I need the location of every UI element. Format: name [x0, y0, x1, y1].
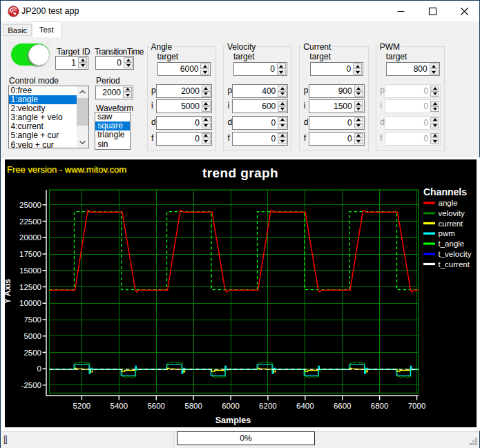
svg-text:current: current — [439, 219, 464, 227]
svg-text:22500: 22500 — [19, 217, 41, 225]
svg-text:7500: 7500 — [23, 315, 41, 324]
svg-text:17500: 17500 — [19, 250, 41, 258]
svg-text:velovity: velovity — [439, 208, 465, 217]
svg-text:angle: angle — [439, 199, 458, 207]
svg-text:5000: 5000 — [23, 331, 41, 340]
svg-text:5400: 5400 — [111, 401, 128, 409]
svg-text:0: 0 — [37, 364, 41, 373]
svg-text:6200: 6200 — [259, 401, 277, 409]
svg-text:6600: 6600 — [334, 401, 352, 409]
svg-text:6400: 6400 — [296, 401, 314, 409]
svg-text:t_velocity: t_velocity — [439, 249, 472, 257]
svg-text:6800: 6800 — [371, 401, 389, 409]
svg-text:12500: 12500 — [19, 282, 41, 291]
svg-text:Y Axis: Y Axis — [3, 278, 12, 303]
svg-text:15000: 15000 — [19, 266, 41, 274]
svg-text:6000: 6000 — [222, 401, 240, 409]
svg-text:t_current: t_current — [439, 260, 470, 268]
svg-text:2500: 2500 — [23, 348, 41, 356]
svg-text:5800: 5800 — [184, 401, 202, 409]
svg-text:-2500: -2500 — [21, 380, 41, 389]
svg-text:Channels: Channels — [423, 186, 467, 197]
svg-text:7000: 7000 — [408, 401, 426, 409]
svg-text:pwm: pwm — [439, 229, 455, 237]
svg-text:5200: 5200 — [73, 401, 91, 409]
svg-text:Samples: Samples — [215, 415, 251, 425]
svg-text:5600: 5600 — [147, 401, 165, 409]
svg-text:25000: 25000 — [19, 200, 41, 208]
svg-text:10000: 10000 — [19, 299, 41, 307]
svg-text:t_angle: t_angle — [439, 240, 465, 248]
svg-text:20000: 20000 — [19, 233, 41, 242]
